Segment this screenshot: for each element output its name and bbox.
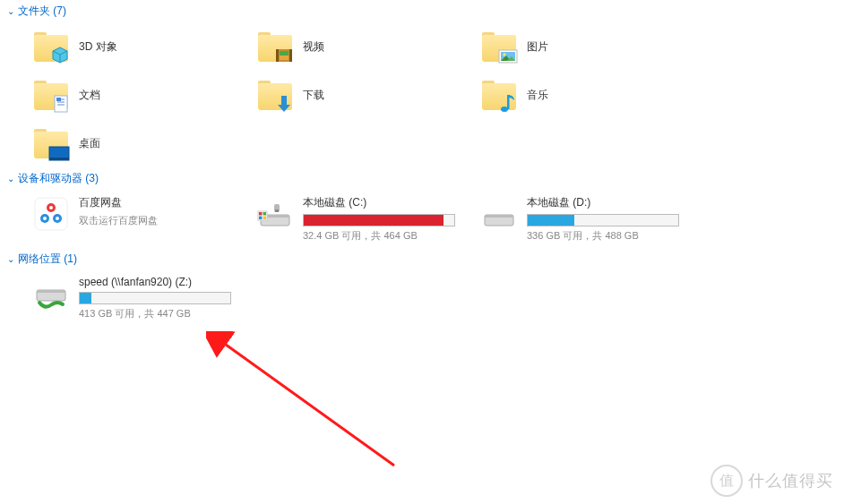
svg-rect-4 xyxy=(289,49,292,62)
folder-label: 文档 xyxy=(79,88,100,103)
svg-marker-18 xyxy=(278,105,290,112)
devices-section-header[interactable]: ⌄ 设备和驱动器 (3) xyxy=(0,167,844,190)
network-section-title: 网络位置 (1) xyxy=(18,252,77,267)
svg-rect-40 xyxy=(485,215,513,218)
watermark-badge: 值 xyxy=(711,465,743,497)
baidu-title: 百度网盘 xyxy=(79,195,245,210)
svg-line-44 xyxy=(220,340,394,466)
chevron-down-icon: ⌄ xyxy=(7,6,14,16)
folder-label: 3D 对象 xyxy=(79,39,117,55)
svg-point-28 xyxy=(43,217,47,220)
svg-rect-42 xyxy=(37,290,65,293)
drive-z-network[interactable]: speed (\\fanfan920) (Z:) 413 GB 可用，共 447… xyxy=(27,270,251,326)
folder-label: 音乐 xyxy=(527,88,548,103)
chevron-down-icon: ⌄ xyxy=(7,174,14,184)
folder-desktop[interactable]: 桌面 xyxy=(27,119,251,167)
watermark-text: 什么值得买 xyxy=(748,470,833,491)
svg-point-29 xyxy=(56,217,59,220)
folder-documents[interactable]: 文档 xyxy=(27,71,251,119)
network-section-header[interactable]: ⌄ 网络位置 (1) xyxy=(0,248,844,270)
network-drive-icon xyxy=(32,276,70,313)
svg-rect-3 xyxy=(276,49,279,62)
drive-c-info: 32.4 GB 可用，共 464 GB xyxy=(303,229,469,243)
baidu-hint: 双击运行百度网盘 xyxy=(79,214,245,227)
folder-videos[interactable]: 视频 xyxy=(251,22,475,71)
annotation-arrow xyxy=(206,331,403,474)
svg-rect-6 xyxy=(280,56,289,60)
devices-section-title: 设备和驱动器 (3) xyxy=(18,171,99,186)
folder-icon xyxy=(32,124,70,162)
drive-c[interactable]: 本地磁盘 (C:) 32.4 GB 可用，共 464 GB xyxy=(251,190,475,248)
svg-rect-23 xyxy=(35,198,67,230)
drive-d[interactable]: 本地磁盘 (D:) 336 GB 可用，共 488 GB xyxy=(475,190,699,248)
drive-d-info: 336 GB 可用，共 488 GB xyxy=(527,229,693,243)
svg-rect-22 xyxy=(49,158,69,160)
folder-icon xyxy=(480,76,518,114)
drive-d-title: 本地磁盘 (D:) xyxy=(527,195,693,210)
watermark: 值 什么值得买 xyxy=(711,465,833,497)
drive-z-title: speed (\\fanfan920) (Z:) xyxy=(79,276,245,288)
svg-rect-17 xyxy=(281,96,287,105)
svg-rect-5 xyxy=(280,51,289,56)
folders-section-header[interactable]: ⌄ 文件夹 (7) xyxy=(0,0,844,22)
drive-z-usage-bar xyxy=(79,292,231,304)
folder-downloads[interactable]: 下载 xyxy=(251,71,475,119)
folder-icon xyxy=(480,28,518,65)
svg-point-27 xyxy=(49,206,53,209)
drive-d-icon xyxy=(480,195,518,233)
folders-section-title: 文件夹 (7) xyxy=(18,4,66,19)
svg-rect-36 xyxy=(263,217,267,220)
svg-point-19 xyxy=(501,107,508,112)
drive-c-title: 本地磁盘 (C:) xyxy=(303,195,469,210)
svg-rect-34 xyxy=(263,212,267,216)
drive-c-usage-bar xyxy=(303,214,455,226)
folder-icon xyxy=(32,28,70,65)
folder-label: 图片 xyxy=(527,39,548,55)
folder-label: 桌面 xyxy=(79,136,100,151)
drive-d-usage-bar xyxy=(527,214,679,226)
svg-rect-33 xyxy=(259,212,263,216)
folder-icon xyxy=(256,28,294,65)
svg-rect-38 xyxy=(275,209,279,212)
folder-music[interactable]: 音乐 xyxy=(475,71,699,119)
folder-icon xyxy=(256,76,294,114)
folder-label: 下载 xyxy=(303,88,324,103)
folder-3d-objects[interactable]: 3D 对象 xyxy=(27,22,251,71)
chevron-down-icon: ⌄ xyxy=(7,254,14,264)
svg-rect-35 xyxy=(259,217,263,220)
folder-pictures[interactable]: 图片 xyxy=(475,22,699,71)
svg-rect-16 xyxy=(56,98,61,101)
svg-point-9 xyxy=(503,53,505,56)
drive-c-icon xyxy=(256,195,294,233)
folder-icon xyxy=(32,76,70,114)
folder-label: 视频 xyxy=(303,39,324,55)
baidu-icon xyxy=(32,195,70,233)
drive-z-info: 413 GB 可用，共 447 GB xyxy=(79,307,245,320)
baidu-netdisk[interactable]: 百度网盘 双击运行百度网盘 xyxy=(27,190,251,248)
